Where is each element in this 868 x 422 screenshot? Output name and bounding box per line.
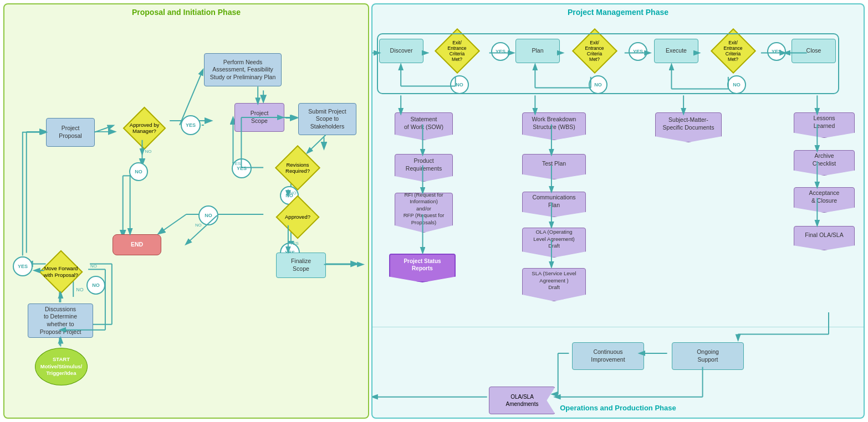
- comms-plan-node: Communications Plan: [522, 192, 586, 217]
- test-plan-node: Test Plan: [522, 154, 586, 179]
- submit-scope-node: Submit Project Scope to Stakeholders: [298, 103, 356, 135]
- no-circle-4: NO: [198, 205, 218, 225]
- final-ola-sla-node: Final OLA/SLA: [794, 226, 855, 250]
- right-panel-title: Project Management Phase: [372, 4, 864, 18]
- no-circle-2: NO: [129, 162, 148, 181]
- yes-circle-p: YES: [629, 42, 647, 61]
- separator: [372, 327, 864, 327]
- approved-diamond: Approved?: [262, 195, 333, 239]
- move-forward-diamond: Move Forwardwith Proposal?: [28, 251, 94, 292]
- exit-entrance-2-diamond: Exit/EntranceCriteriaMet?: [565, 31, 624, 71]
- continuous-improvement-node: Continuous Improvement: [572, 342, 644, 370]
- finalize-scope-node: Finalize Scope: [276, 253, 326, 278]
- ola-draft-node: OLA (Operating Level Agreement) Draft: [522, 228, 586, 258]
- subject-matter-node: Subject-Matter- Specific Documents: [655, 112, 722, 142]
- left-panel-title: Proposal and Initiation Phase: [4, 4, 368, 18]
- perform-needs-node: Perform Needs Assessment, Feasibility St…: [204, 53, 282, 86]
- rfi-node: RFI (Request for Information) and/or RFP…: [395, 193, 453, 233]
- end-node: END: [113, 234, 161, 255]
- archive-checklist-node: Archive Checklist: [794, 150, 855, 176]
- left-panel: Proposal and Initiation Phase NO: [3, 3, 369, 419]
- lessons-learned-node: Lessons Learned: [794, 112, 855, 138]
- yes-circle-2: YES: [181, 115, 201, 135]
- ops-phase-title: Operations and Production Phase: [372, 404, 864, 412]
- discussions-node: Discussions to Determine whether to Prop…: [28, 303, 93, 338]
- no-circle-d: NO: [450, 75, 469, 94]
- revisions-diamond: RevisionsRequired?: [262, 146, 333, 190]
- no-circle-e: NO: [727, 75, 746, 94]
- yes-circle-d: YES: [491, 42, 510, 61]
- project-scope-node: Project Scope: [234, 103, 284, 132]
- plan-node: Plan: [515, 39, 560, 63]
- svg-line-35: [94, 126, 113, 132]
- product-reqs-node: Product Requirements: [395, 154, 453, 182]
- acceptance-closure-node: Acceptance & Closure: [794, 187, 855, 213]
- svg-line-24: [159, 214, 186, 234]
- close-node: Close: [792, 39, 836, 63]
- wbs-node: Work Breakdown Structure (WBS): [522, 112, 586, 140]
- approved-manager-diamond: Approved byManager?: [113, 109, 176, 147]
- exit-entrance-1-diamond: Exit/EntranceCriteriaMet?: [428, 31, 486, 71]
- execute-node: Execute: [654, 39, 698, 63]
- no-circle-1: NO: [86, 276, 105, 295]
- no-circle-p: NO: [589, 75, 607, 94]
- main-container: Proposal and Initiation Phase NO: [0, 0, 868, 422]
- svg-text:NO: NO: [145, 149, 151, 154]
- yes-circle-1: YES: [13, 256, 33, 276]
- sla-draft-node: SLA (Service Level Agreement ) Draft: [522, 268, 586, 301]
- exit-entrance-3-diamond: Exit/EntranceCriteriaMet?: [704, 31, 762, 71]
- sow-node: Statement of Work (SOW): [395, 112, 453, 140]
- ongoing-support-node: Ongoing Support: [672, 342, 744, 370]
- yes-circle-3: YES: [232, 158, 252, 178]
- status-reports-node: Project Status Reports: [389, 254, 456, 282]
- yes-circle-e: YES: [767, 42, 786, 61]
- project-proposal-node: Project Proposal: [46, 118, 95, 147]
- start-node: START Motive/Stimulus/ Trigger/Idea: [35, 348, 88, 385]
- discover-node: Discover: [379, 39, 423, 63]
- right-panel: Project Management Phase Discover Exit/E…: [371, 3, 865, 419]
- svg-text:NO: NO: [195, 223, 202, 228]
